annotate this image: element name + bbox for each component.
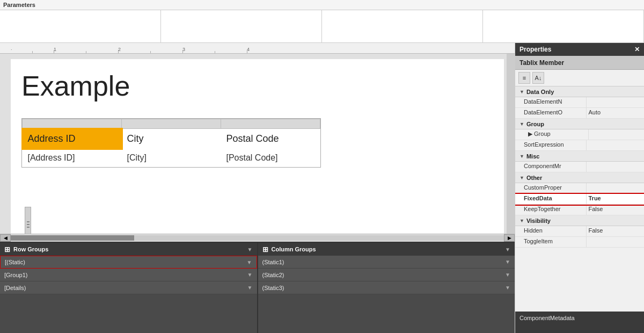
prop-section-misc: ▼ Misc ComponentMr [515, 151, 644, 172]
prop-key-toggleitem: ToggleItem [515, 237, 586, 247]
column-groups-label: Column Groups [272, 246, 316, 252]
prop-val-componentm[interactable] [586, 162, 645, 172]
table-data-row: [Address ID] [City] [Postal Code] [23, 149, 320, 167]
table-header-row [23, 119, 320, 129]
section-label-group: Group [526, 121, 544, 127]
col-group-item-1[interactable]: (Static2) ▼ [258, 269, 515, 281]
parameters-title: Parameters [0, 0, 644, 10]
prop-row-sortexpression: SortExpression [515, 140, 644, 151]
prop-val-toggleitem[interactable] [586, 237, 645, 247]
cell-address-id-data[interactable]: [Address ID] [23, 149, 122, 167]
param-cell-2 [161, 10, 322, 42]
row-group-dropdown-1[interactable]: ▼ [247, 272, 253, 278]
cell-city-data[interactable]: [City] [122, 149, 221, 167]
prop-val-hidden[interactable]: False [586, 226, 645, 236]
ruler-line-half-4 [215, 51, 215, 53]
section-arrow-other: ▼ [519, 175, 524, 180]
handle-line-3 [27, 227, 30, 228]
section-label-misc: Misc [526, 153, 539, 160]
design-area: · 1 2 3 4 Example [0, 43, 515, 333]
handle-line-2 [27, 224, 30, 225]
canvas-bottom-bar: ◀ ▶ [0, 234, 515, 242]
row-group-item-0[interactable]: [(Static) ▼ [0, 256, 257, 269]
row-groups-dropdown[interactable]: ▼ [247, 247, 253, 252]
cell-city-label[interactable]: City [122, 129, 221, 149]
prop-key-dataelementn: DataElementN [515, 97, 586, 107]
cell-postal-label[interactable]: Postal Code [221, 129, 320, 149]
row-group-item-2[interactable]: [Details) ▼ [0, 281, 257, 294]
ruler: · 1 2 3 4 [0, 43, 515, 54]
bottom-panel: ⊞ Row Groups ▼ [(Static) ▼ [Group1) ▼ [D… [0, 242, 515, 333]
param-cell-3 [322, 10, 483, 42]
report-table: Address ID City Postal Code [Address ID]… [22, 119, 320, 167]
prop-key-dataelementO: DataElementO [515, 108, 586, 118]
member-title: Tablix Member [519, 59, 564, 67]
row-groups-panel: ⊞ Row Groups ▼ [(Static) ▼ [Group1) ▼ [D… [0, 243, 257, 333]
col-group-item-2[interactable]: (Static3) ▼ [258, 281, 515, 294]
prop-row-componentm: ComponentMr [515, 162, 644, 172]
cell-address-id-label[interactable]: Address ID [23, 129, 122, 149]
cell-postal-data[interactable]: [Postal Code] [221, 149, 320, 167]
prop-row-fixeddata[interactable]: FixedData True [515, 194, 644, 205]
ruler-line-half-1 [32, 51, 33, 53]
prop-section-header-other[interactable]: ▼ Other [515, 172, 644, 183]
section-label-visibility: Visibility [526, 218, 551, 224]
prop-row-hidden: Hidden False [515, 226, 644, 237]
prop-key-group: ▶ Group [515, 129, 588, 140]
col-group-dropdown-2[interactable]: ▼ [505, 285, 510, 291]
prop-val-keeptogether[interactable]: False [586, 205, 645, 215]
prop-section-other: ▼ Other CustomProper FixedData True Keep… [515, 172, 644, 215]
prop-section-group: ▼ Group ▶ Group SortExpression [515, 119, 644, 151]
scroll-right-btn[interactable]: ▶ [504, 234, 515, 242]
column-groups-header: ⊞ Column Groups ▼ [258, 243, 515, 256]
col-group-dropdown-0[interactable]: ▼ [505, 259, 510, 265]
parameters-grid [0, 10, 644, 42]
canvas-area[interactable]: Example Address ID City Postal Code [0, 54, 515, 234]
h-scrollbar-track[interactable] [11, 235, 504, 241]
prop-val-dataelementn[interactable] [586, 97, 645, 107]
properties-toolbar: ≡ A↓ [515, 70, 644, 86]
prop-row-dataelementO: DataElementO Auto [515, 108, 644, 119]
column-groups-dropdown[interactable]: ▼ [505, 247, 510, 252]
prop-section-header-group[interactable]: ▼ Group [515, 119, 644, 129]
prop-row-keeptogether: KeepTogether False [515, 205, 644, 215]
prop-val-group[interactable] [588, 129, 645, 140]
col-group-dropdown-1[interactable]: ▼ [505, 272, 510, 278]
prop-section-header-visibility[interactable]: ▼ Visibility [515, 215, 644, 226]
h-scrollbar-thumb [11, 235, 134, 241]
prop-val-customproper[interactable] [586, 183, 645, 193]
row-group-label-1: [Group1) [4, 272, 27, 278]
header-cell-2 [122, 119, 221, 129]
right-scrollbar[interactable] [507, 54, 515, 234]
prop-row-dataelementn: DataElementN [515, 97, 644, 108]
prop-tool-sort-btn[interactable]: ≡ [518, 72, 530, 84]
prop-tool-az-btn[interactable]: A↓ [532, 72, 544, 84]
ruler-line-half-3 [150, 51, 151, 53]
prop-section-header-data-only[interactable]: ▼ Data Only [515, 86, 644, 97]
left-row-handle [25, 207, 31, 234]
col-group-item-0[interactable]: (Static1) ▼ [258, 256, 515, 269]
properties-title: Properties [519, 46, 551, 53]
col-group-label-2: (Static3) [262, 285, 284, 291]
row-group-dropdown-2[interactable]: ▼ [247, 285, 253, 291]
section-label-other: Other [526, 175, 542, 181]
prop-section-header-misc[interactable]: ▼ Misc [515, 151, 644, 162]
example-title: Example [21, 70, 493, 102]
properties-sub-header: Tablix Member [515, 56, 644, 70]
row-group-item-1[interactable]: [Group1) ▼ [0, 269, 257, 281]
scroll-left-btn[interactable]: ◀ [0, 234, 11, 242]
param-cell-4 [483, 10, 644, 42]
prop-val-sortexpression[interactable] [586, 140, 645, 150]
prop-val-fixeddata[interactable]: True [586, 194, 645, 204]
col-group-label-1: (Static2) [262, 272, 284, 278]
properties-close-icon[interactable]: ✕ [634, 46, 640, 53]
report-table-wrapper: Address ID City Postal Code [Address ID]… [21, 118, 321, 168]
prop-val-dataelementO[interactable]: Auto [586, 108, 645, 118]
ruler-content: · 1 2 3 4 [11, 43, 515, 53]
row-group-dropdown-0[interactable]: ▼ [247, 259, 252, 265]
header-cell-1 [23, 119, 122, 129]
section-arrow-misc: ▼ [519, 154, 524, 159]
prop-key-hidden: Hidden [515, 226, 586, 236]
column-groups-panel: ⊞ Column Groups ▼ (Static1) ▼ (Static2) … [257, 243, 515, 333]
ruler-line-4 [247, 50, 247, 53]
